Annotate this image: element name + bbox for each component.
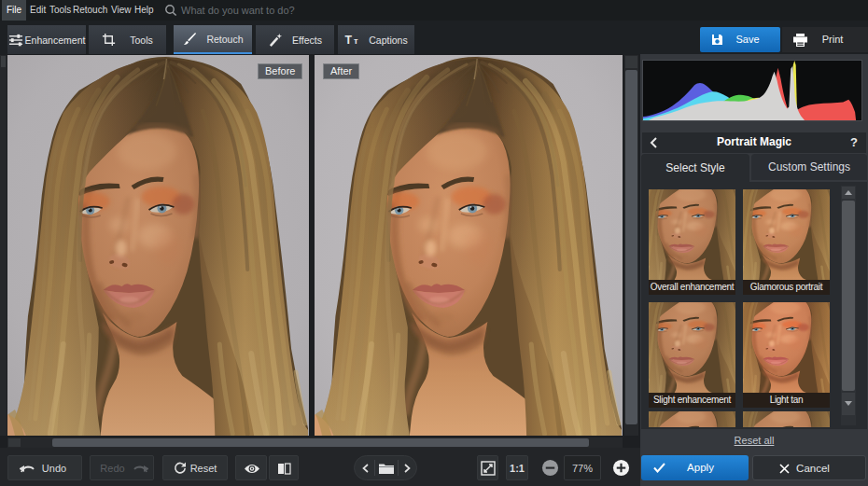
- svg-text:т: т: [354, 35, 358, 46]
- svg-text:T: T: [345, 34, 353, 47]
